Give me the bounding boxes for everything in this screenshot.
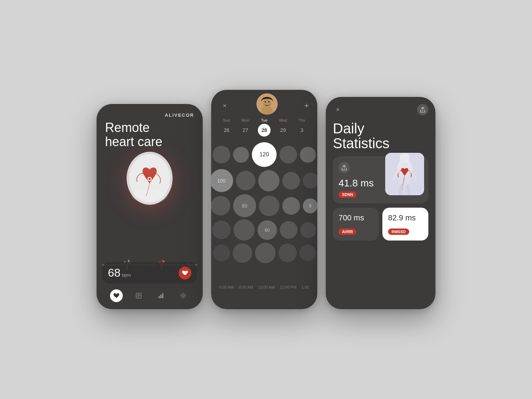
heart-visual bbox=[111, 139, 189, 217]
nav-notes[interactable] bbox=[132, 289, 145, 302]
avrr-value: 700 ms bbox=[339, 213, 373, 222]
phone-screen-1: ALIVECOR Remote heart care bbox=[97, 104, 203, 309]
svg-rect-9 bbox=[158, 296, 160, 298]
bpm-number: 68 bbox=[108, 266, 121, 279]
calendar-strip: Sun 26 Mon 27 Tue 28 Wed 29 Thu 3 bbox=[211, 118, 317, 142]
nav-settings[interactable] bbox=[177, 289, 190, 302]
svg-rect-11 bbox=[162, 293, 163, 298]
rmssd-label: RMSSD bbox=[388, 229, 409, 235]
phone-screen-3: × Daily Statistics bbox=[326, 97, 435, 309]
card-share-button[interactable] bbox=[339, 162, 350, 173]
cal-day-mon[interactable]: Mon 27 bbox=[238, 118, 253, 137]
add-button[interactable]: + bbox=[304, 101, 309, 110]
svg-point-21 bbox=[400, 153, 410, 164]
cal-day-tue[interactable]: Tue 28 bbox=[256, 118, 272, 137]
phone3-close-button[interactable]: × bbox=[333, 105, 343, 115]
phone-screen-2: × + bbox=[211, 90, 317, 309]
svg-point-3 bbox=[149, 178, 151, 180]
nav-heart[interactable] bbox=[110, 289, 123, 302]
sdnn-card: ≡ 41.8 ms SDNN bbox=[333, 156, 428, 203]
svg-point-12 bbox=[182, 295, 184, 297]
main-title: Remote heart care bbox=[105, 121, 194, 149]
bottom-stats-row: 700 ms AVRR 82.9 ms RMSSD bbox=[333, 208, 428, 241]
bottom-nav bbox=[97, 285, 203, 309]
bpm-display: 68 bpm bbox=[102, 262, 197, 284]
rmssd-value: 82.9 ms bbox=[388, 213, 423, 222]
sdnn-label: SDNN bbox=[339, 191, 357, 198]
bubble-chart: 120 100 80 8 bbox=[211, 142, 317, 284]
nav-stats[interactable] bbox=[155, 289, 167, 302]
bpm-unit: bpm bbox=[122, 272, 131, 278]
svg-rect-10 bbox=[160, 295, 162, 298]
user-avatar[interactable] bbox=[256, 93, 278, 115]
body-model-visual bbox=[385, 153, 424, 195]
heart-button[interactable] bbox=[179, 267, 191, 279]
cal-day-wed[interactable]: Wed 29 bbox=[275, 118, 291, 137]
time-axis: 6:00 AM 8:00 AM 10:00 AM 12:00 PM 1:00 bbox=[211, 284, 317, 289]
svg-rect-22 bbox=[403, 163, 407, 166]
phone2-header: × + bbox=[211, 90, 317, 118]
avrr-label: AVRR bbox=[339, 229, 356, 235]
svg-point-16 bbox=[268, 101, 270, 103]
svg-point-4 bbox=[132, 189, 167, 203]
svg-point-17 bbox=[261, 106, 273, 115]
daily-statistics-title: Daily Statistics bbox=[333, 121, 428, 151]
close-button[interactable]: × bbox=[220, 101, 230, 111]
avrr-card: 700 ms AVRR bbox=[333, 208, 379, 241]
cal-day-thu[interactable]: Thu 3 bbox=[294, 118, 310, 137]
brand-logo: ALIVECOR bbox=[105, 112, 194, 118]
cal-day-sun[interactable]: Sun 26 bbox=[219, 118, 235, 137]
share-button[interactable] bbox=[417, 104, 428, 115]
phone3-header: × bbox=[333, 104, 428, 115]
svg-point-15 bbox=[265, 101, 266, 103]
rmssd-card: 82.9 ms RMSSD bbox=[382, 208, 428, 241]
